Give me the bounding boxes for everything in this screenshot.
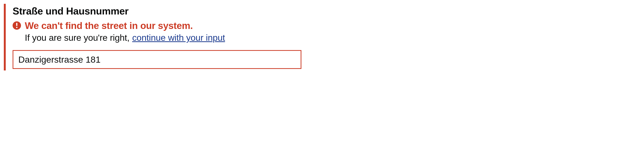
error-hint-text: If you are sure you're right,: [25, 32, 130, 43]
address-field-group: Straße und Hausnummer We can't find the …: [4, 4, 302, 70]
svg-point-1: [16, 27, 18, 28]
street-address-input[interactable]: [12, 50, 302, 69]
error-title: We can't find the street in our system.: [25, 20, 193, 31]
continue-with-input-link[interactable]: continue with your input: [132, 32, 225, 43]
error-icon: [12, 21, 21, 30]
error-message-row: We can't find the street in our system.: [12, 20, 302, 31]
field-label: Straße und Hausnummer: [12, 5, 302, 17]
error-hint-row: If you are sure you're right, continue w…: [25, 32, 302, 43]
svg-rect-0: [16, 23, 17, 26]
